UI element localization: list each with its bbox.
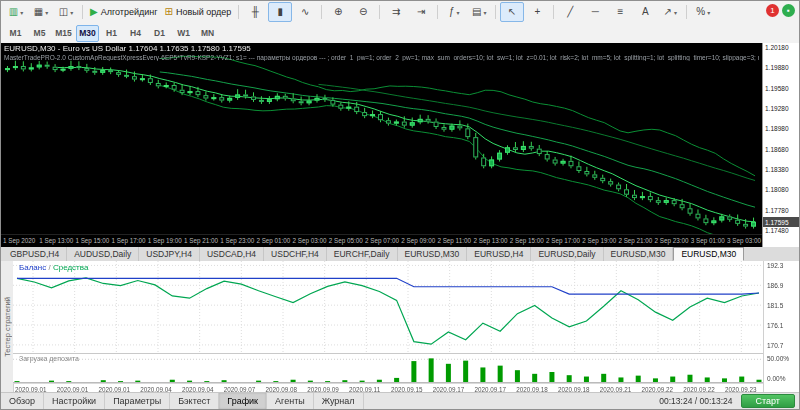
price-label: 1.18380 — [765, 166, 789, 173]
timeframe-m30-button[interactable]: M30 — [76, 25, 99, 42]
deposit-load-label: Загрузка депозита — [19, 355, 79, 362]
timeframe-h4-button[interactable]: H4 — [124, 25, 147, 42]
chart-tab-gbpusd-h4[interactable]: GBPUSD,H4 — [3, 247, 67, 261]
new-chart-icon: ▥ — [9, 7, 18, 17]
auto-scroll-button[interactable]: ⇉ — [384, 2, 408, 22]
timeframe-d1-button[interactable]: D1 — [148, 25, 171, 42]
chart-window-button[interactable]: ◫▾ — [54, 2, 78, 22]
tester-tab-агенты[interactable]: Агенты — [267, 393, 314, 409]
tester-tab-обзор[interactable]: Обзор — [1, 393, 44, 409]
deposit-axis-label: 0.00% — [767, 375, 785, 382]
main-toolbar: ▥▾▦▾◫▾▶Алготрейдинг⊞Новый ордер╫▮∿⊕⊖⇉⇥ƒ▾… — [1, 1, 799, 24]
new-order-button[interactable]: ⊞Новый ордер — [162, 2, 235, 22]
time-label: 1 Sep 19:00 — [148, 237, 182, 244]
chart-tab-eurchf-daily[interactable]: EURCHF,Daily — [327, 247, 398, 261]
percent-scale-icon: % — [696, 7, 705, 17]
tester-vertical-label: Тестер стратегий — [3, 297, 12, 357]
tester-tab-журнал[interactable]: Журнал — [314, 393, 364, 409]
legend-equity-label: Средства — [53, 263, 88, 272]
fibo-button[interactable]: ≡ — [608, 2, 632, 22]
chart-tab-eurusd-m30[interactable]: EURUSD,M30 — [398, 247, 468, 261]
timeframe-h1-button[interactable]: H1 — [100, 25, 123, 42]
crosshair-button[interactable]: + — [525, 2, 549, 22]
text-label-icon: A — [642, 7, 649, 17]
chart-profiles-caret-icon[interactable]: ▾ — [45, 9, 48, 16]
line-chart-button[interactable]: ∿ — [293, 2, 317, 22]
toolbar-separator — [495, 5, 496, 19]
objects-list-caret-icon[interactable]: ▾ — [484, 9, 487, 16]
time-label: 2 Sep 17:00 — [546, 237, 580, 244]
chart-shift-button[interactable]: ⇥ — [409, 2, 433, 22]
chart-tab-usdcad-h4[interactable]: USDCAD,H4 — [200, 247, 264, 261]
timeframe-m1-button[interactable]: M1 — [4, 25, 27, 42]
start-button[interactable]: Старт — [741, 394, 795, 408]
legend-separator: / — [46, 263, 53, 272]
new-chart-caret-icon[interactable]: ▾ — [20, 9, 23, 16]
zoom-in-icon: ⊕ — [334, 7, 342, 17]
arrows-caret-icon[interactable]: ▾ — [674, 9, 677, 16]
text-label-button[interactable]: A — [633, 2, 657, 22]
chart-tab-eurusd-m30[interactable]: EURUSD,M30 — [673, 247, 744, 261]
algo-trading-button[interactable]: ▶Алготрейдинг — [87, 2, 161, 22]
notifications-badge-icon[interactable]: 1 — [766, 4, 779, 17]
chart-tab-audusd-daily[interactable]: AUDUSD,Daily — [67, 247, 139, 261]
time-label: 3 Sep 03:00 — [727, 237, 761, 244]
candlestick-canvas[interactable] — [1, 43, 763, 234]
horizontal-line-button[interactable]: ─ — [583, 2, 607, 22]
price-scale: 1.17595 1.201801.198801.195801.192801.18… — [762, 43, 800, 247]
chart-tab-usdchf-h4[interactable]: USDCHF,H4 — [264, 247, 327, 261]
new-order-icon: ⊞ — [165, 7, 173, 17]
tester-status: 00:13:24 / 00:13:24 Старт — [659, 394, 799, 408]
candles-chart-button[interactable]: ▮ — [268, 2, 292, 22]
fibo-icon: ≡ — [617, 7, 623, 17]
expert-params-line: MasterTradePRO-2.0 CustomApRequestXpress… — [4, 54, 759, 61]
balance-axis-label: 170.7 — [767, 342, 783, 349]
current-price-tag: 1.17595 — [763, 217, 800, 227]
zoom-out-button[interactable]: ⊖ — [351, 2, 375, 22]
time-label: 2 Sep 13:00 — [474, 237, 508, 244]
bars-chart-button[interactable]: ╫ — [243, 2, 267, 22]
indicators-caret-icon[interactable]: ▾ — [457, 9, 460, 16]
chart-tab-eurusd-h4[interactable]: EURUSD,H4 — [467, 247, 531, 261]
percent-scale-caret-icon[interactable]: ▾ — [707, 9, 710, 16]
horizontal-line-icon: ─ — [592, 7, 599, 17]
chart-tab-eurusd-daily[interactable]: EURUSD,Daily — [531, 247, 603, 261]
deposit-load-chart[interactable]: Загрузка депозита — [13, 354, 763, 383]
objects-list-button[interactable]: ▤▾ — [467, 2, 491, 22]
zoom-in-button[interactable]: ⊕ — [326, 2, 350, 22]
price-label: 1.18980 — [765, 125, 789, 132]
deposit-canvas[interactable] — [13, 354, 763, 383]
chart-tab-eurusd-m30[interactable]: EURUSD,M30 — [604, 247, 674, 261]
new-chart-button[interactable]: ▥▾ — [4, 2, 28, 22]
time-label: 2 Sep 23:00 — [655, 237, 689, 244]
chart-title: EURUSD,M30 - Euro vs US Dollar 1.17604 1… — [4, 44, 251, 53]
percent-scale-button[interactable]: %▾ — [691, 2, 715, 22]
time-label: 2 Sep 01:00 — [256, 237, 290, 244]
chart-tab-usdjpy-h4[interactable]: USDJPY,H4 — [139, 247, 200, 261]
tester-tab-параметры[interactable]: Параметры — [105, 393, 170, 409]
timeframe-m15-button[interactable]: M15 — [52, 25, 75, 42]
price-label: 1.19880 — [765, 64, 789, 71]
chart-window-caret-icon[interactable]: ▾ — [70, 9, 73, 16]
toolbar-separator — [238, 5, 239, 19]
time-label: 2 Sep 03:00 — [293, 237, 327, 244]
tester-tab-настройки[interactable]: Настройки — [44, 393, 105, 409]
timeframe-mn-button[interactable]: MN — [196, 25, 219, 42]
tester-tab-бэктест[interactable]: Бэктест — [170, 393, 219, 409]
arrows-button[interactable]: ↗▾ — [658, 2, 682, 22]
new-order-label: Новый ордер — [176, 7, 231, 17]
timeframe-m5-button[interactable]: M5 — [28, 25, 51, 42]
trendline-button[interactable]: ╱ — [558, 2, 582, 22]
timeframe-w1-button[interactable]: W1 — [172, 25, 195, 42]
time-label: 1 Sep 2020 — [3, 237, 35, 244]
chart-profiles-button[interactable]: ▦▾ — [29, 2, 53, 22]
balance-chart[interactable]: Баланс / Средства — [13, 261, 763, 353]
toolbar-separator — [553, 5, 554, 19]
chat-badge-icon[interactable]: ▪ — [782, 4, 795, 17]
price-chart-area[interactable]: EURUSD,M30 - Euro vs US Dollar 1.17604 1… — [1, 43, 800, 247]
tester-tab-график[interactable]: График — [219, 393, 267, 409]
balance-canvas[interactable] — [13, 261, 763, 353]
cursor-button[interactable]: ↖ — [500, 2, 524, 22]
indicators-button[interactable]: ƒ▾ — [442, 2, 466, 22]
line-chart-icon: ∿ — [301, 7, 309, 17]
